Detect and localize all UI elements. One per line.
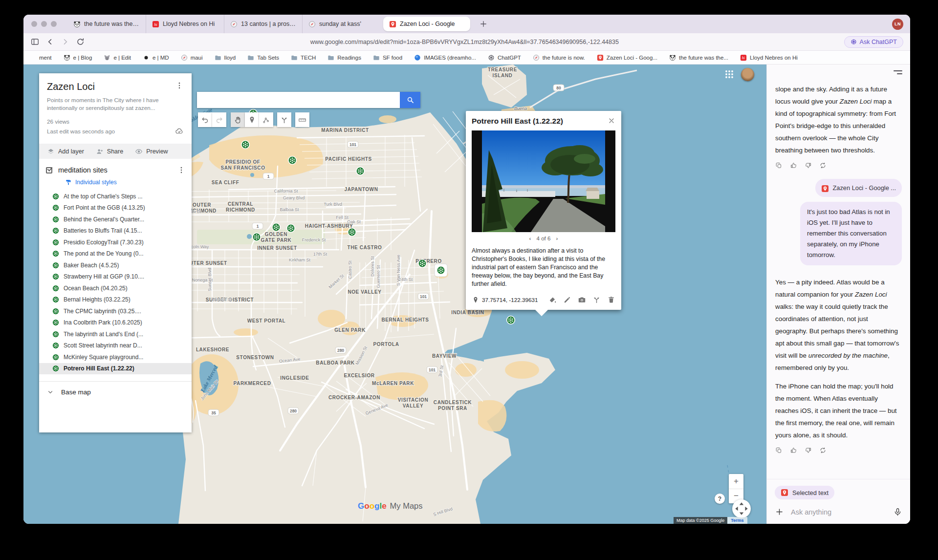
close-window-button[interactable] [31,21,37,27]
draw-line-tool-button[interactable] [259,112,273,127]
map-marker[interactable] [253,233,261,241]
style-bucket-icon[interactable] [548,296,557,304]
minimize-window-button[interactable] [41,21,47,27]
forward-button[interactable] [61,37,70,46]
bookmark-item-6[interactable]: lloyd [215,54,236,61]
zoom-in-button[interactable]: + [729,474,743,489]
chat-input[interactable]: Ask anything [791,508,886,516]
share-button[interactable]: Share [96,148,123,155]
bookmark-item-7[interactable]: Tab Sets [247,54,279,61]
add-layer-button[interactable]: Add layer [47,148,84,155]
preview-button[interactable]: Preview [135,148,168,155]
place-list-item[interactable]: The pond at the De Young (0... [39,248,192,260]
place-list-item[interactable]: The labyrinth at Land's End (... [39,328,192,340]
thumbs-down-icon[interactable] [805,161,812,168]
map-marker[interactable] [507,316,515,324]
bookmark-item-9[interactable]: Readings [327,54,361,61]
ask-chatgpt-button[interactable]: Ask ChatGPT [844,36,903,48]
search-input[interactable] [197,92,400,108]
place-list-item[interactable]: Ocean Beach (04.20.25) [39,282,192,294]
microphone-icon[interactable] [893,507,902,517]
bookmark-item-10[interactable]: SF food [373,54,402,61]
bookmark-item-2[interactable]: e | Blog [64,54,92,61]
place-list-item[interactable]: Potrero Hill East (1.22.22) [39,363,192,375]
base-map-label[interactable]: Base map [61,388,91,396]
browser-tab-2[interactable]: hiLloyd Nebres on Hi [146,15,224,33]
browser-tab-1[interactable]: the future was then... [67,15,146,33]
address-bar[interactable]: www.google.com/maps/d/edit?mid=1oza-BPB6… [91,39,838,45]
place-list-item[interactable]: Baker Beach (4.5.25) [39,259,192,271]
place-list-item[interactable]: Bernal Heights (03.22.25) [39,294,192,306]
map-marker[interactable] [356,167,364,175]
measure-tool-button[interactable] [295,112,309,127]
reload-button[interactable] [76,37,85,46]
delete-icon[interactable] [607,296,615,304]
zoom-window-button[interactable] [51,21,57,27]
context-chip[interactable]: Zazen Loci - Google ... [815,179,902,197]
place-list-item[interactable]: Presidio EcologyTrail (7.30.23) [39,237,192,248]
camera-icon[interactable] [578,296,586,304]
directions-tool-button[interactable] [277,112,291,127]
thumbs-down-icon[interactable] [805,446,812,453]
terms-link[interactable]: Terms [727,517,747,524]
place-list-item[interactable]: Fort Point at the GGB (4.13.25) [39,202,192,214]
directions-icon[interactable] [592,296,601,304]
attach-plus-icon[interactable] [775,507,784,517]
bookmark-item-13[interactable]: the future is now. [533,54,585,61]
place-list-item[interactable]: Ina Coolbrith Park (10.6.2025) [39,317,192,329]
copy-icon[interactable] [775,161,783,168]
bookmark-item-16[interactable]: hiLloyd Nebres on Hi [740,54,798,61]
help-button[interactable]: ? [715,494,725,504]
google-apps-grid-icon[interactable] [724,69,734,79]
add-marker-tool-button[interactable] [245,112,259,127]
map-canvas[interactable]: TREASUREISLANDMARINA DISTRICTPACIFIC HEI… [23,65,766,524]
copy-icon[interactable] [775,446,783,453]
map-marker[interactable] [348,228,356,236]
place-list-item[interactable]: Strawberry Hill at GGP (9.10.... [39,271,192,283]
map-marker[interactable] [287,224,295,232]
map-marker[interactable] [288,156,296,164]
bookmark-item-5[interactable]: maui [181,54,203,61]
selected-map-marker[interactable] [435,264,447,277]
search-button[interactable] [400,92,420,108]
map-marker[interactable] [241,141,249,149]
place-list-item[interactable]: At the top of Charlie's Steps ... [39,191,192,202]
redo-button[interactable] [212,112,226,127]
regenerate-icon[interactable] [819,161,827,168]
bookmark-item-8[interactable]: TECH [291,54,316,61]
individual-styles-link[interactable]: Individual styles [65,179,186,186]
bookmark-item-1[interactable]: ment [29,54,52,61]
map-menu-button[interactable] [175,81,184,90]
account-avatar[interactable] [741,68,754,81]
place-list-item[interactable]: McKinley Square playground... [39,351,192,363]
panel-collapse-icon[interactable] [894,70,902,77]
pan-tool-button[interactable] [231,112,245,127]
regenerate-icon[interactable] [819,446,827,453]
bookmark-item-14[interactable]: Zazen Loci - Goog... [597,54,657,61]
selected-text-chip[interactable]: Selected text [775,486,834,499]
place-list-item[interactable]: Scott Street labyrinth near D... [39,340,192,352]
undo-button[interactable] [198,112,212,127]
map-marker[interactable] [418,259,426,267]
bookmark-item-12[interactable]: ChatGPT [488,54,521,61]
layer-name[interactable]: meditation sites [58,166,177,174]
back-button[interactable] [45,37,55,46]
profile-avatar[interactable]: LN [892,19,903,30]
popup-photo[interactable] [472,130,615,232]
bookmark-item-15[interactable]: the future was the... [669,54,728,61]
base-map-expander-icon[interactable] [46,388,55,396]
place-list-item[interactable]: Batteries to Bluffs Trail (4.15... [39,225,192,237]
layer-visibility-checkbox[interactable] [46,167,52,173]
thumbs-up-icon[interactable] [790,446,797,453]
pan-control[interactable] [732,499,751,518]
thumbs-up-icon[interactable] [790,161,797,168]
edit-icon[interactable] [563,296,571,304]
bookmark-item-4[interactable]: e | MD [143,54,169,61]
photo-next-button[interactable]: › [552,236,562,241]
place-list-item[interactable]: The CPMC labyrinth (03.25.... [39,305,192,317]
layer-menu-button[interactable] [177,166,186,174]
browser-tab-5[interactable]: Zazen Loci - Google [383,17,470,31]
popup-close-icon[interactable] [608,117,615,125]
map-marker[interactable] [272,223,280,231]
browser-tab-4[interactable]: sunday at kass' [302,15,380,33]
